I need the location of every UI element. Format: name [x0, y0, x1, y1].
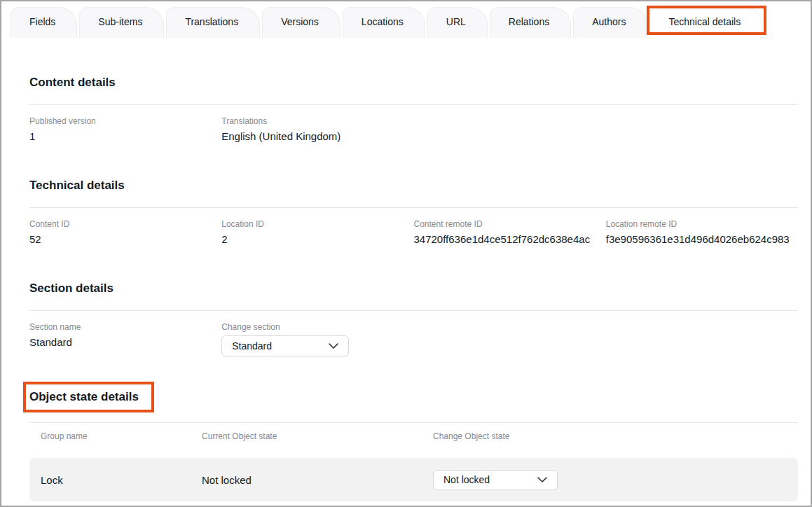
tab-label: Locations [362, 16, 404, 27]
field-change-section: Change section Standard [221, 322, 413, 356]
tab-translations[interactable]: Translations [166, 7, 260, 38]
tab-panel-technical-details: Content details Published version 1 Tran… [1, 75, 811, 501]
tab-authors[interactable]: Authors [573, 7, 647, 38]
column-header-current-object-state: Current Object state [202, 431, 433, 441]
tab-locations[interactable]: Locations [343, 7, 425, 38]
field-label: Change section [221, 322, 413, 332]
annotation-rectangle: Object state details [23, 382, 154, 412]
chevron-down-icon [537, 477, 547, 482]
field-published-version: Published version 1 [29, 116, 221, 143]
section-details-heading: Section details [29, 281, 798, 296]
change-object-state-dropdown[interactable]: Not locked [433, 470, 558, 490]
column-header-change-object-state: Change Object state [433, 431, 798, 441]
field-value: 52 [29, 232, 221, 246]
tab-label: Relations [509, 16, 549, 27]
field-location-id: Location ID 2 [221, 219, 413, 246]
tab-bar: Fields Sub-items Translations Versions L… [1, 1, 811, 38]
field-value: 2 [221, 232, 413, 246]
field-value: f3e90596361e31d496d4026eb624c983 [606, 232, 798, 246]
table-header-row: Group name Current Object state Change O… [29, 423, 798, 458]
change-section-dropdown[interactable]: Standard [221, 335, 349, 356]
field-value: 34720ff636e1d4ce512f762dc638e4ac [414, 232, 606, 246]
tab-sub-items[interactable]: Sub-items [79, 7, 164, 38]
field-translations: Translations English (United Kingdom) [221, 116, 413, 143]
field-section-name: Section name Standard [29, 322, 221, 356]
field-content-id: Content ID 52 [29, 219, 221, 246]
section-section-details: Section details Section name Standard Ch… [29, 281, 798, 356]
tab-label: URL [446, 16, 466, 27]
field-value: 1 [29, 130, 221, 143]
field-label: Content remote ID [414, 219, 606, 229]
technical-details-page: Fields Sub-items Translations Versions L… [0, 0, 812, 507]
field-label: Translations [221, 116, 413, 126]
tab-technical-details[interactable]: Technical details [649, 7, 762, 38]
field-content-remote-id: Content remote ID 34720ff636e1d4ce512f76… [414, 219, 606, 246]
object-state-table: Group name Current Object state Change O… [29, 422, 798, 501]
table-row: Lock Not locked Not locked [29, 458, 798, 501]
divider [29, 104, 798, 105]
tab-relations[interactable]: Relations [490, 7, 571, 38]
field-label: Location remote ID [606, 219, 798, 229]
tab-label: Sub-items [98, 16, 142, 27]
section-content-details: Content details Published version 1 Tran… [29, 75, 798, 143]
content-details-heading: Content details [29, 75, 798, 90]
object-state-details-heading: Object state details [29, 389, 139, 405]
cell-current-object-state: Not locked [202, 474, 433, 486]
technical-details-heading: Technical details [29, 178, 798, 193]
field-label: Location ID [221, 219, 413, 229]
section-object-state-details: Object state details Group name Current … [29, 382, 798, 501]
field-value: English (United Kingdom) [221, 130, 413, 143]
section-technical-details: Technical details Content ID 52 Location… [29, 178, 798, 246]
cell-change-object-state: Not locked [433, 470, 798, 490]
divider [29, 310, 798, 311]
field-label: Section name [29, 322, 221, 332]
field-label: Published version [29, 116, 221, 126]
tab-label: Authors [592, 16, 626, 27]
dropdown-selected-value: Not locked [443, 474, 490, 485]
field-value: Standard [29, 335, 221, 349]
tab-label: Fields [29, 16, 55, 27]
column-header-group-name: Group name [29, 431, 202, 441]
field-location-remote-id: Location remote ID f3e90596361e31d496d40… [606, 219, 798, 246]
chevron-down-icon [329, 343, 338, 349]
tab-url[interactable]: URL [427, 7, 488, 38]
tab-label: Technical details [668, 16, 741, 27]
dropdown-selected-value: Standard [232, 340, 272, 352]
tab-label: Translations [185, 16, 238, 27]
tab-label: Versions [281, 16, 319, 27]
tab-versions[interactable]: Versions [262, 7, 340, 38]
divider [29, 207, 798, 208]
tab-fields[interactable]: Fields [11, 7, 77, 38]
cell-group-name: Lock [29, 474, 202, 486]
field-label: Content ID [29, 219, 221, 229]
